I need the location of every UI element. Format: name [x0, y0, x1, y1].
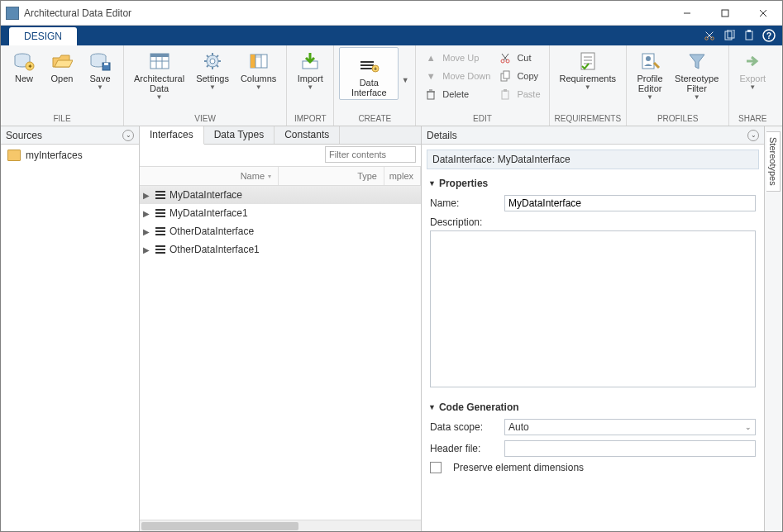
svg-text:✦: ✦	[27, 63, 33, 70]
stereotype-filter-button[interactable]: Stereotype Filter ▼	[670, 47, 723, 102]
svg-line-33	[217, 55, 218, 57]
export-button[interactable]: Export ▼	[734, 47, 771, 93]
copy-icon	[499, 69, 512, 83]
svg-text:?: ?	[766, 31, 771, 40]
table-row[interactable]: ▶ MyDataInterface1	[140, 204, 421, 222]
grid-header: Name▾ Type mplex	[140, 166, 421, 186]
group-requirements: Requirements ▼ REQUIREMENTS	[550, 45, 628, 126]
paste-icon	[499, 88, 512, 101]
header-file-input[interactable]	[504, 440, 756, 457]
svg-rect-10	[746, 31, 752, 40]
ribbon-tabstrip: DESIGN ?	[1, 26, 782, 45]
close-button[interactable]	[744, 1, 782, 26]
move-up-button[interactable]: ▲Move Up	[421, 49, 494, 67]
data-grid-icon	[148, 50, 171, 72]
name-input[interactable]	[504, 195, 756, 211]
import-button[interactable]: Import ▼	[292, 47, 328, 93]
group-file: ✦ New Open Save ▼ FILE	[1, 45, 124, 126]
col-mplex[interactable]: mplex	[384, 167, 421, 185]
profile-editor-button[interactable]: Profile Editor ▼	[632, 47, 668, 102]
architectural-data-button[interactable]: Architectural Data ▼	[129, 47, 189, 102]
interface-row-icon	[153, 207, 168, 219]
chevron-down-icon: ▼	[209, 83, 216, 91]
name-label: Name:	[430, 197, 498, 209]
create-dropdown[interactable]: ▼	[400, 51, 410, 109]
col-name[interactable]: Name▾	[140, 167, 279, 185]
interface-row-icon	[153, 244, 168, 255]
expand-icon[interactable]: ▶	[140, 227, 153, 236]
tab-data-types[interactable]: Data Types	[204, 126, 275, 144]
table-row[interactable]: ▶ OtherDataInterface	[140, 222, 421, 240]
svg-rect-1	[722, 10, 728, 17]
group-create: + Data Interface ▼ CREATE	[334, 45, 416, 126]
data-interface-button[interactable]: + Data Interface	[339, 47, 399, 100]
minimize-button[interactable]	[668, 1, 706, 26]
columns-icon	[247, 50, 270, 72]
chevron-down-icon: ▼	[647, 93, 653, 101]
folder-icon	[7, 150, 21, 161]
move-down-button[interactable]: ▼Move Down	[421, 67, 494, 85]
table-row[interactable]: ▶ MyDataInterface	[140, 186, 421, 204]
source-item[interactable]: myInterfaces	[1, 145, 139, 166]
collapse-icon[interactable]: ⌄	[122, 130, 134, 141]
chevron-down-icon: ▼	[694, 93, 700, 101]
section-properties[interactable]: Properties	[422, 174, 764, 192]
expand-icon[interactable]: ▶	[140, 191, 153, 200]
delete-button[interactable]: Delete	[421, 85, 494, 103]
collapse-icon[interactable]: ⌄	[747, 130, 759, 141]
filter-input[interactable]	[325, 146, 416, 163]
svg-text:+: +	[374, 66, 377, 72]
import-arrow-icon	[298, 50, 322, 72]
tab-constants[interactable]: Constants	[275, 126, 340, 144]
paste-icon[interactable]	[742, 29, 756, 42]
columns-button[interactable]: Columns ▼	[236, 47, 281, 93]
horizontal-scrollbar[interactable]	[140, 520, 421, 531]
chevron-down-icon: ▼	[307, 83, 313, 91]
cut-button[interactable]: Cut	[495, 49, 543, 67]
open-button[interactable]: Open	[44, 47, 80, 85]
center-panel: Interfaces Data Types Constants Name▾ Ty…	[140, 126, 422, 531]
folder-open-icon	[50, 50, 74, 72]
details-header: Details ⌄	[422, 126, 764, 145]
section-codegen[interactable]: Code Generation	[422, 398, 764, 416]
interface-row-icon	[153, 189, 168, 201]
chevron-down-icon: ▼	[156, 93, 163, 101]
save-button[interactable]: Save ▼	[82, 47, 118, 93]
expand-icon[interactable]: ▶	[140, 245, 153, 254]
svg-line-32	[217, 65, 218, 67]
details-panel: Details ⌄ DataInterface: MyDataInterface…	[422, 126, 764, 531]
svg-rect-37	[255, 55, 261, 58]
svg-point-26	[210, 59, 215, 64]
stereotypes-tab[interactable]: Stereotypes	[766, 131, 781, 192]
scissors-icon[interactable]	[703, 29, 716, 42]
trash-icon	[424, 88, 437, 101]
copy-button[interactable]: Copy	[495, 67, 543, 85]
col-type[interactable]: Type	[279, 167, 384, 185]
settings-button[interactable]: Settings ▼	[191, 47, 234, 93]
sources-panel: Sources ⌄ myInterfaces	[1, 126, 140, 531]
data-scope-select[interactable]: Auto ⌄	[504, 419, 756, 435]
paste-button[interactable]: Paste	[495, 85, 543, 103]
table-row[interactable]: ▶ OtherDataInterface1	[140, 240, 421, 259]
preserve-checkbox[interactable]	[430, 462, 442, 473]
app-icon	[6, 7, 19, 20]
data-scope-label: Data scope:	[430, 421, 498, 433]
maximize-button[interactable]	[706, 1, 744, 26]
tab-interfaces[interactable]: Interfaces	[140, 126, 204, 145]
group-view: Architectural Data ▼ Settings ▼ Columns …	[124, 45, 287, 126]
tab-design[interactable]: DESIGN	[9, 27, 77, 45]
new-button[interactable]: ✦ New	[6, 47, 42, 85]
copy-icon[interactable]	[723, 29, 736, 42]
svg-rect-19	[104, 63, 108, 65]
help-icon[interactable]: ?	[762, 29, 776, 42]
svg-rect-55	[502, 91, 508, 99]
profile-icon	[638, 50, 661, 72]
svg-line-34	[207, 65, 208, 67]
sources-header: Sources ⌄	[1, 126, 139, 145]
chevron-down-icon: ▼	[749, 83, 756, 91]
expand-icon[interactable]: ▶	[140, 209, 153, 218]
requirements-button[interactable]: Requirements ▼	[555, 47, 621, 93]
chevron-down-icon: ▼	[585, 83, 591, 91]
description-textarea[interactable]	[430, 230, 756, 387]
svg-rect-11	[747, 30, 751, 32]
